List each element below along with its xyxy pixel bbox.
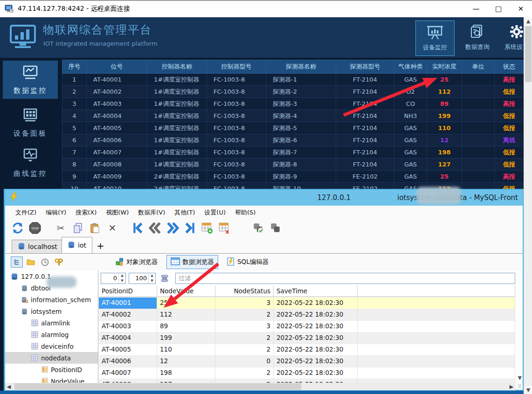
stepper-arrows[interactable]: ▲▼ [148, 273, 155, 283]
nav-device-monitor[interactable]: 设备监控 [415, 21, 455, 56]
menu-item[interactable]: 文件(Z) [12, 207, 40, 218]
resize-grip[interactable]: ⠿ [518, 384, 522, 389]
table-row[interactable]: 4AT-400041#调度室控制器FC-1003-8探测器-4FT-2104NH… [62, 110, 524, 122]
tab-localhost[interactable]: localhost [12, 240, 63, 253]
scrollbar-thumb[interactable] [14, 383, 301, 390]
grid-row[interactable]: AT-4000419922022-05-22 18:02:30 [99, 332, 515, 344]
tree-item-iotsystem[interactable]: iotsystem [5, 305, 98, 317]
grid-cell[interactable]: AT-40002 [99, 309, 157, 321]
grid-cell[interactable]: AT-40004 [99, 332, 157, 344]
paste-icon[interactable] [88, 221, 102, 235]
grid-row[interactable]: AT-400038932022-05-22 18:02:30 [99, 321, 515, 332]
grid-cell[interactable]: 2 [215, 367, 274, 379]
tree-item-information_schem[interactable]: information_schem [5, 294, 98, 305]
post-icon[interactable] [251, 221, 265, 235]
grid-cell[interactable]: AT-40005 [99, 344, 157, 356]
grid-column-header[interactable]: NodeStatus [215, 286, 274, 297]
grid-cell[interactable]: AT-40007 [99, 367, 157, 379]
next-record-icon[interactable] [166, 221, 180, 235]
tab-iot[interactable]: iot [62, 237, 92, 253]
grid-cell[interactable]: 2 [215, 379, 274, 383]
close-button[interactable]: ✕ [510, 0, 532, 17]
grid-cell[interactable]: 3 [215, 321, 274, 332]
insert-row-icon[interactable] [200, 221, 214, 235]
first-record-icon[interactable] [131, 221, 145, 235]
grid-cell[interactable]: 199 [157, 332, 215, 344]
object-browser-button[interactable]: 对象浏览器 [111, 256, 162, 269]
grid-cell[interactable]: 110 [157, 344, 215, 356]
revert-icon[interactable] [269, 221, 283, 235]
table-row[interactable]: 6AT-400061#调度室控制器FC-1003-8探测器-6FT-2104GA… [62, 134, 524, 146]
horizontal-scrollbar[interactable]: ◀ ▶ [5, 383, 515, 390]
cut-icon[interactable]: ✂ [54, 221, 68, 235]
grid-row[interactable]: AT-4000719822022-05-22 18:02:30 [99, 367, 515, 379]
menu-item[interactable]: 编辑(Y) [42, 207, 70, 218]
keys-icon[interactable] [53, 256, 65, 268]
grid-cell[interactable]: AT-40001 [99, 297, 157, 309]
grid-cell[interactable]: 12 [157, 356, 215, 367]
scroll-right-arrow[interactable]: ▶ [508, 383, 515, 390]
table-row[interactable]: 1AT-400011#调度室控制器FC-1003-8探测器-1FT-2104GA… [62, 74, 524, 86]
limit-stepper[interactable]: 100 ▲▼ [129, 273, 156, 284]
refresh-icon[interactable] [11, 221, 25, 235]
grid-cell[interactable]: 3 [215, 297, 274, 309]
scroll-up-arrow[interactable]: ▲ [524, 17, 532, 25]
sidebar-item-curve-monitor[interactable]: 曲线监控 [3, 144, 58, 182]
grid-cell[interactable]: 2022-05-22 18:02:30 [274, 309, 358, 321]
table-row[interactable]: 7AT-400071#调度室控制器FC-1003-8探测器-7FT-2104GA… [62, 146, 524, 159]
tree-item-alarmlink[interactable]: alarmlink [5, 317, 98, 329]
table-row[interactable]: 8AT-400081#调度室控制器FC-1003-8探测器-8FT-2104GA… [62, 159, 524, 171]
minimize-button[interactable]: — [465, 0, 487, 17]
grid-cell[interactable]: AT-40006 [99, 356, 157, 367]
grid-row[interactable]: AT-4000812722022-05-22 18:02:30 [99, 379, 515, 383]
history-clock-icon[interactable] [39, 256, 51, 268]
sql-editor-button[interactable]: SQL编辑器 [223, 256, 272, 269]
grid-cell[interactable]: 0 [215, 356, 274, 367]
apply-limit-icon[interactable] [159, 273, 171, 284]
new-tab-button[interactable]: + [97, 240, 104, 251]
data-browser-button[interactable]: 数据浏览器 [166, 255, 219, 269]
grid-cell[interactable]: AT-40008 [99, 379, 157, 383]
scrollbar-thumb[interactable] [525, 26, 532, 82]
filter-input[interactable] [175, 273, 515, 284]
grid-cell[interactable]: 2 [215, 332, 274, 344]
table-row[interactable]: 2AT-400021#调度室控制器FC-1003-8探测器-2FT-2104O2… [62, 86, 524, 98]
menu-item[interactable]: 设置(U) [200, 207, 229, 218]
grid-cell[interactable]: AT-40003 [99, 321, 157, 332]
maximize-button[interactable]: □ [487, 0, 510, 17]
grid-row[interactable]: AT-4000211222022-05-22 18:02:30 [99, 309, 515, 321]
stop-icon[interactable]: STOP [28, 221, 42, 235]
grid-column-header[interactable]: SaveTime [274, 286, 358, 297]
offset-stepper[interactable]: 0 ▲▼ [101, 273, 126, 284]
delete-icon[interactable]: ✕ [105, 221, 119, 235]
grid-cell[interactable]: 2022-05-22 18:02:30 [274, 356, 358, 367]
tree-item-alarmlog[interactable]: alarmlog [5, 329, 98, 340]
folder-icon[interactable] [25, 256, 37, 268]
grid-cell[interactable]: 198 [157, 367, 215, 379]
grid-row[interactable]: AT-400012532022-05-22 18:02:30 [99, 297, 515, 309]
grid-cell[interactable]: 2 [215, 309, 274, 321]
grid-column-header[interactable]: PositionID [99, 286, 157, 297]
grid-cell[interactable]: 89 [157, 321, 215, 332]
grid-cell[interactable]: 2 [215, 344, 274, 356]
grid-cell[interactable]: 25 [157, 297, 215, 309]
menu-item[interactable]: 帮助(S) [231, 207, 259, 218]
tree-item-deviceinfo[interactable]: deviceinfo [5, 340, 98, 352]
tree-toggle-icon[interactable] [11, 256, 23, 268]
menu-item[interactable]: 其他(T) [171, 207, 199, 218]
grid-cell[interactable]: 127 [157, 379, 215, 383]
sidebar-item-data-monitor[interactable]: 数据监控 [3, 61, 58, 99]
grid-cell[interactable]: 2022-05-22 18:02:30 [274, 321, 358, 332]
table-row[interactable]: 3AT-400031#调度室控制器FC-1003-8探测器-3FT-2104CO… [62, 98, 524, 110]
menu-item[interactable]: 数据库(V) [134, 207, 169, 218]
tree-item-nodevalue[interactable]: NodeValue [5, 375, 98, 383]
nav-data-query[interactable]: 数据查询 [458, 21, 497, 55]
scroll-down-arrow[interactable]: ▼ [524, 386, 532, 394]
copy-icon[interactable] [71, 221, 85, 235]
table-row[interactable]: 9AT-400092#调度室控制器FC-1003-8探测器-9FE-2102GA… [62, 171, 524, 183]
menu-item[interactable]: 视图(W) [102, 207, 132, 218]
grid-row[interactable]: AT-4000511022022-05-22 18:02:30 [99, 344, 515, 356]
stepper-arrows[interactable]: ▲▼ [118, 273, 125, 283]
grid-cell[interactable]: 2022-05-22 18:02:30 [274, 332, 358, 344]
grid-cell[interactable]: 112 [157, 309, 215, 321]
